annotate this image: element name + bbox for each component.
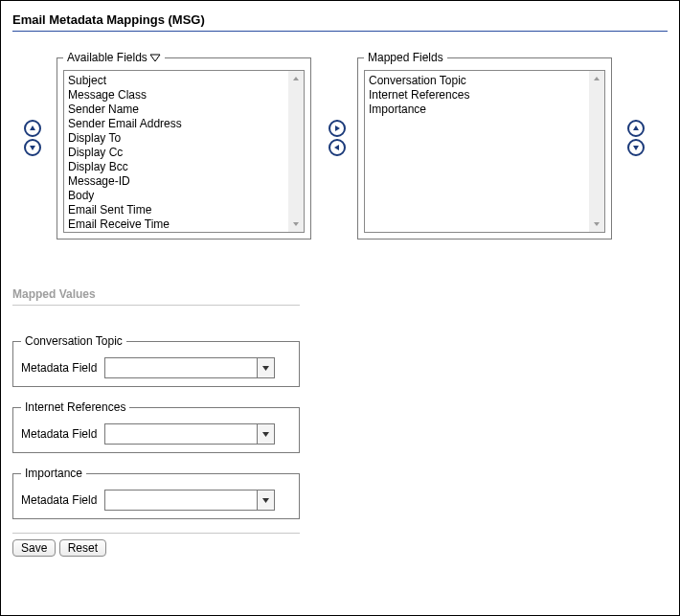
svg-marker-0 bbox=[30, 125, 35, 130]
select-value bbox=[105, 491, 257, 510]
metadata-field-label: Metadata Field bbox=[21, 493, 97, 507]
list-item[interactable]: Message-ID bbox=[68, 174, 284, 189]
mapped-value-legend: Internet References bbox=[21, 400, 129, 414]
metadata-field-select[interactable] bbox=[104, 423, 275, 445]
list-item[interactable]: Email Sent Time bbox=[68, 203, 284, 217]
available-fields-box: Available Fields Subject Message Class S… bbox=[57, 51, 311, 240]
list-item[interactable]: Sender Email Address bbox=[68, 117, 284, 131]
list-item[interactable]: Conversation Topic bbox=[369, 74, 585, 88]
actions-divider bbox=[12, 533, 300, 534]
mapped-values-heading: Mapped Values bbox=[12, 287, 668, 301]
list-item[interactable]: Message Class bbox=[68, 88, 284, 103]
svg-marker-7 bbox=[594, 77, 600, 80]
mapped-scrollbar[interactable] bbox=[589, 71, 604, 232]
chevron-down-icon bbox=[257, 358, 274, 377]
mapped-value-legend: Importance bbox=[21, 467, 86, 480]
scroll-down-icon[interactable] bbox=[288, 217, 304, 232]
chevron-down-icon bbox=[257, 491, 274, 510]
mapped-value-legend: Conversation Topic bbox=[21, 334, 126, 348]
svg-marker-5 bbox=[335, 125, 340, 131]
metadata-field-select[interactable] bbox=[104, 490, 275, 511]
transfer-controls bbox=[325, 51, 350, 156]
mapped-fields-list-inner: Conversation Topic Internet References I… bbox=[365, 71, 589, 232]
list-item[interactable]: Display To bbox=[68, 131, 284, 146]
remove-from-mapped-button[interactable] bbox=[329, 139, 346, 156]
add-to-mapped-button[interactable] bbox=[329, 120, 346, 137]
svg-marker-1 bbox=[30, 146, 35, 150]
svg-marker-10 bbox=[633, 146, 639, 150]
title-divider bbox=[12, 31, 668, 32]
mapped-values-divider bbox=[12, 305, 300, 306]
list-item[interactable]: Display Cc bbox=[68, 146, 284, 160]
svg-marker-2 bbox=[150, 55, 160, 61]
scroll-down-icon[interactable] bbox=[589, 217, 604, 232]
available-fields-list[interactable]: Subject Message Class Sender Name Sender… bbox=[63, 70, 305, 233]
select-value bbox=[105, 358, 257, 377]
app-frame: Email Metadata Mappings (MSG) Available … bbox=[0, 0, 680, 616]
scroll-up-icon[interactable] bbox=[589, 71, 604, 86]
available-scrollbar[interactable] bbox=[288, 71, 304, 232]
svg-marker-12 bbox=[262, 432, 269, 437]
available-move-up-button[interactable] bbox=[24, 120, 41, 137]
list-item[interactable]: Display Bcc bbox=[68, 160, 284, 174]
list-item[interactable]: Importance bbox=[369, 103, 585, 117]
svg-marker-13 bbox=[262, 498, 269, 503]
mapped-fields-box: Mapped Fields Conversation Topic Interne… bbox=[357, 51, 612, 240]
svg-marker-4 bbox=[293, 222, 299, 226]
mapped-value-conversation-topic: Conversation Topic Metadata Field bbox=[12, 334, 300, 387]
fields-row: Available Fields Subject Message Class S… bbox=[12, 51, 668, 240]
reset-button[interactable]: Reset bbox=[59, 539, 106, 557]
select-value bbox=[105, 424, 257, 444]
svg-marker-8 bbox=[594, 222, 600, 226]
available-fields-legend-text: Available Fields bbox=[67, 51, 147, 64]
form-actions: Save Reset bbox=[12, 533, 668, 557]
mapped-value-row: Metadata Field bbox=[21, 357, 291, 378]
scroll-up-icon[interactable] bbox=[288, 71, 304, 86]
list-item[interactable]: Body bbox=[68, 189, 284, 203]
mapped-fields-list[interactable]: Conversation Topic Internet References I… bbox=[364, 70, 605, 233]
metadata-field-label: Metadata Field bbox=[21, 427, 97, 441]
svg-marker-6 bbox=[334, 145, 339, 150]
mapped-reorder-controls bbox=[623, 51, 648, 156]
mapped-move-down-button[interactable] bbox=[627, 139, 645, 156]
available-move-down-button[interactable] bbox=[24, 139, 41, 156]
chevron-down-icon bbox=[257, 424, 274, 444]
available-fields-list-inner: Subject Message Class Sender Name Sender… bbox=[64, 71, 288, 232]
available-reorder-controls bbox=[20, 51, 45, 156]
metadata-field-label: Metadata Field bbox=[21, 361, 97, 375]
page-title: Email Metadata Mappings (MSG) bbox=[12, 12, 668, 27]
svg-marker-11 bbox=[262, 366, 269, 371]
mapped-value-row: Metadata Field bbox=[21, 490, 291, 511]
list-item[interactable]: Internet References bbox=[369, 88, 585, 103]
mapped-value-importance: Importance Metadata Field bbox=[12, 467, 300, 519]
mapped-move-up-button[interactable] bbox=[627, 120, 645, 137]
svg-marker-3 bbox=[293, 77, 299, 80]
list-item[interactable]: Subject bbox=[68, 74, 284, 88]
list-item[interactable]: Sender Name bbox=[68, 103, 284, 117]
sort-icon[interactable] bbox=[149, 53, 161, 62]
metadata-field-select[interactable] bbox=[104, 357, 275, 378]
mapped-value-internet-references: Internet References Metadata Field bbox=[12, 400, 300, 453]
available-fields-legend: Available Fields bbox=[63, 51, 165, 64]
mapped-fields-legend: Mapped Fields bbox=[364, 51, 447, 64]
svg-marker-9 bbox=[633, 125, 639, 130]
save-button[interactable]: Save bbox=[12, 539, 56, 557]
mapped-value-row: Metadata Field bbox=[21, 423, 291, 445]
list-item[interactable]: Email Receive Time bbox=[68, 217, 284, 232]
